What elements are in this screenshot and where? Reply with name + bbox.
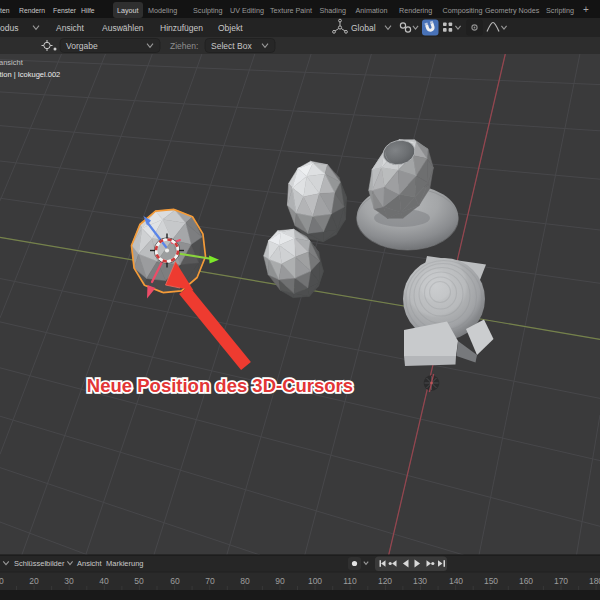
svg-text:Modeling: Modeling: [148, 6, 177, 15]
svg-text:Select Box: Select Box: [211, 41, 252, 51]
svg-text:170: 170: [554, 576, 568, 586]
svg-text:90: 90: [275, 576, 285, 586]
svg-text:Objekt: Objekt: [218, 23, 243, 33]
svg-text:Scripting: Scripting: [546, 6, 574, 15]
svg-text:tion | Icokugel.002: tion | Icokugel.002: [0, 70, 60, 79]
svg-text:Sculpting: Sculpting: [193, 6, 223, 15]
svg-text:Rendering: Rendering: [399, 6, 432, 15]
svg-text:Hinzufügen: Hinzufügen: [160, 23, 203, 33]
svg-text:30: 30: [64, 576, 74, 586]
svg-text:Schlüsselbilder: Schlüsselbilder: [14, 559, 65, 568]
svg-text:Auswählen: Auswählen: [102, 23, 144, 33]
svg-text:Global: Global: [351, 23, 376, 33]
svg-text:Markierung: Markierung: [106, 559, 144, 568]
svg-text:150: 150: [484, 576, 498, 586]
svg-text:70: 70: [205, 576, 215, 586]
svg-text:100: 100: [308, 576, 322, 586]
svg-text:ten: ten: [0, 7, 10, 14]
svg-text:Geometry Nodes: Geometry Nodes: [485, 6, 540, 15]
svg-text:odus: odus: [0, 23, 18, 33]
svg-text:Animation: Animation: [356, 6, 388, 15]
svg-text:Hilfe: Hilfe: [81, 7, 95, 14]
svg-text:ansicht: ansicht: [0, 58, 24, 67]
svg-text:40: 40: [99, 576, 109, 586]
svg-text:Compositing: Compositing: [443, 6, 483, 15]
svg-text:120: 120: [378, 576, 392, 586]
svg-text:UV Editing: UV Editing: [230, 6, 264, 15]
svg-text:Neue Position des 3D-Cursors: Neue Position des 3D-Cursors: [87, 375, 353, 396]
svg-text:Texture Paint: Texture Paint: [270, 6, 312, 15]
svg-text:160: 160: [519, 576, 533, 586]
svg-text:10: 10: [0, 576, 4, 586]
svg-text:50: 50: [134, 576, 144, 586]
svg-text:Ziehen:: Ziehen:: [170, 41, 198, 51]
svg-text:+: +: [583, 4, 589, 15]
svg-text:Rendern: Rendern: [19, 7, 45, 14]
svg-text:Ansicht: Ansicht: [56, 23, 85, 33]
svg-text:60: 60: [170, 576, 180, 586]
svg-text:140: 140: [449, 576, 463, 586]
svg-text:Vorgabe: Vorgabe: [66, 41, 98, 51]
svg-text:110: 110: [343, 576, 357, 586]
svg-text:Fenster: Fenster: [53, 7, 77, 14]
svg-text:180: 180: [589, 576, 600, 586]
svg-text:Layout: Layout: [117, 6, 139, 15]
svg-text:Shading: Shading: [320, 6, 346, 15]
svg-text:Ansicht: Ansicht: [77, 559, 103, 568]
svg-text:130: 130: [413, 576, 427, 586]
svg-text:80: 80: [240, 576, 250, 586]
svg-text:20: 20: [29, 576, 39, 586]
